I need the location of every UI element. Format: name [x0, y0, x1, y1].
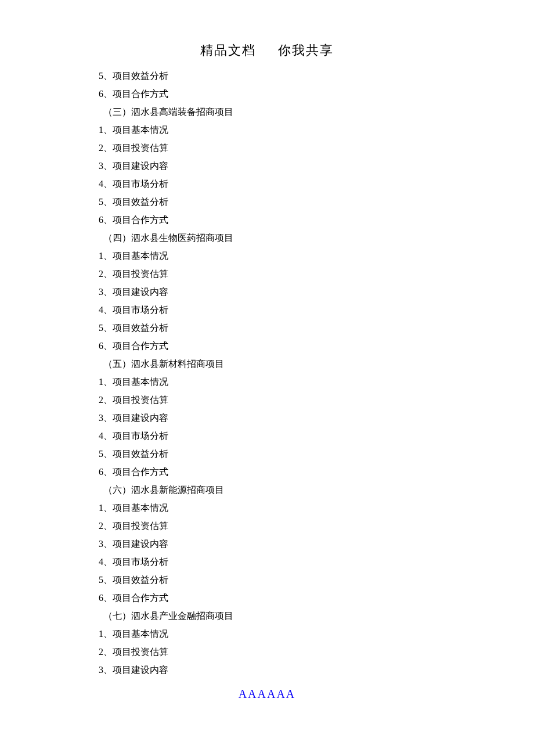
content-line: 1、项目基本情况 — [99, 121, 233, 139]
content-line: 3、项目建设内容 — [99, 535, 233, 553]
content-line: 4、项目市场分析 — [99, 301, 233, 319]
content-line: （六）泗水县新能源招商项目 — [99, 481, 233, 499]
content-line: 2、项目投资估算 — [99, 391, 233, 409]
content-line: （四）泗水县生物医药招商项目 — [99, 229, 233, 247]
content-line: 3、项目建设内容 — [99, 661, 233, 679]
content-line: （七）泗水县产业金融招商项目 — [99, 607, 233, 625]
content-line: 5、项目效益分析 — [99, 571, 233, 589]
content-line: 2、项目投资估算 — [99, 517, 233, 535]
header-part2: 你我共享 — [278, 43, 334, 57]
content-line: 6、项目合作方式 — [99, 85, 233, 103]
content-line: 3、项目建设内容 — [99, 157, 233, 175]
content-line: 1、项目基本情况 — [99, 625, 233, 643]
content-line: 6、项目合作方式 — [99, 589, 233, 607]
document-content: 5、项目效益分析6、项目合作方式（三）泗水县高端装备招商项目1、项目基本情况2、… — [99, 67, 233, 679]
content-line: 1、项目基本情况 — [99, 247, 233, 265]
content-line: （三）泗水县高端装备招商项目 — [99, 103, 233, 121]
content-line: 3、项目建设内容 — [99, 409, 233, 427]
content-line: 2、项目投资估算 — [99, 643, 233, 661]
content-line: 4、项目市场分析 — [99, 427, 233, 445]
page-footer: AAAAAA — [0, 687, 534, 701]
content-line: 5、项目效益分析 — [99, 193, 233, 211]
content-line: 1、项目基本情况 — [99, 373, 233, 391]
content-line: 2、项目投资估算 — [99, 139, 233, 157]
header-part1: 精品文档 — [200, 43, 256, 57]
content-line: 6、项目合作方式 — [99, 463, 233, 481]
content-line: 5、项目效益分析 — [99, 319, 233, 337]
page-header: 精品文档 你我共享 — [0, 42, 534, 59]
content-line: （五）泗水县新材料招商项目 — [99, 355, 233, 373]
content-line: 5、项目效益分析 — [99, 67, 233, 85]
content-line: 5、项目效益分析 — [99, 445, 233, 463]
content-line: 3、项目建设内容 — [99, 283, 233, 301]
content-line: 4、项目市场分析 — [99, 175, 233, 193]
content-line: 4、项目市场分析 — [99, 553, 233, 571]
content-line: 2、项目投资估算 — [99, 265, 233, 283]
content-line: 1、项目基本情况 — [99, 499, 233, 517]
content-line: 6、项目合作方式 — [99, 211, 233, 229]
content-line: 6、项目合作方式 — [99, 337, 233, 355]
